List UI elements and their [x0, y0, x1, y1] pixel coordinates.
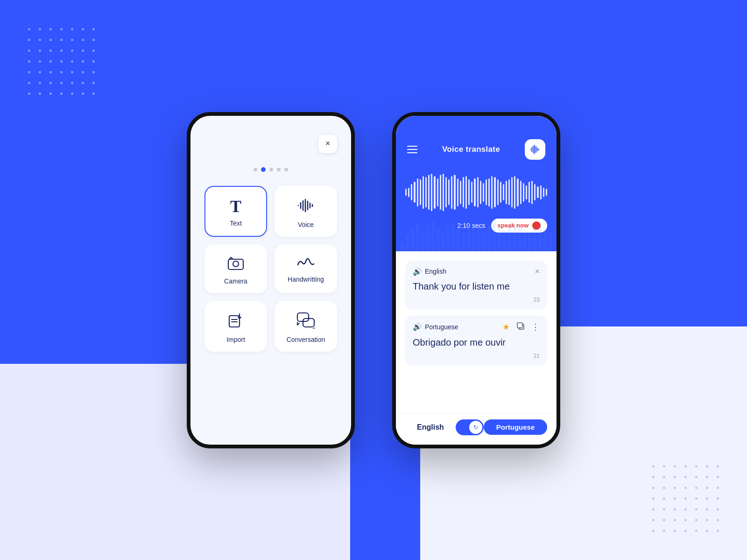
source-char-count: 23	[413, 297, 540, 303]
voice-button[interactable]	[525, 139, 545, 160]
source-card-header: 🔊 English ×	[413, 267, 540, 276]
import-icon	[227, 312, 244, 331]
source-text: Thank you for listen me	[413, 280, 540, 293]
toggle-circle: ↻	[469, 421, 482, 434]
copy-button[interactable]	[516, 322, 525, 332]
menu-item-handwriting[interactable]: Handwritting	[275, 244, 337, 293]
source-card: 🔊 English × Thank you for listen me 23	[405, 261, 547, 310]
close-button[interactable]: ×	[318, 135, 337, 153]
bottom-source-lang[interactable]: English	[405, 423, 456, 432]
dot-grid-top-left	[28, 28, 95, 95]
voice-icon	[297, 197, 314, 216]
phone-voice: Voice translate	[392, 112, 560, 448]
voice-title: Voice translate	[442, 145, 500, 154]
more-options-button[interactable]: ⋮	[531, 322, 540, 332]
target-sound-icon[interactable]: 🔊	[413, 322, 422, 331]
page-dot-4[interactable]	[277, 168, 281, 171]
source-sound-icon[interactable]: 🔊	[413, 267, 422, 276]
voice-header: Voice translate	[396, 116, 557, 169]
dot-grid-bottom-right	[652, 465, 719, 532]
target-text: Obrigado por me ouvir	[413, 336, 540, 349]
menu-item-camera-label: Camera	[224, 277, 247, 285]
source-lang-label: 🔊 English	[413, 267, 446, 276]
handwriting-icon	[296, 255, 316, 271]
voice-body: Voice translate	[396, 116, 557, 445]
svg-rect-22	[517, 323, 522, 328]
menu-item-import-label: Import	[226, 336, 245, 343]
menu-item-text-label: Text	[230, 220, 242, 227]
star-button[interactable]: ★	[502, 322, 510, 332]
target-language: Portuguese	[425, 323, 458, 331]
camera-icon	[227, 255, 245, 273]
phones-container: × T Text	[187, 112, 560, 448]
menu-item-conversation[interactable]: Conversation	[275, 301, 337, 352]
source-close-button[interactable]: ×	[535, 267, 540, 276]
menu-item-import[interactable]: Import	[204, 301, 267, 352]
waveform-bg	[396, 223, 557, 251]
page-dot-2[interactable]	[261, 167, 266, 172]
target-card: 🔊 Portuguese ★ ⋮	[405, 315, 547, 366]
bottom-bar: English ↻ Portuguese	[396, 413, 557, 445]
toggle-arrow-icon: ↻	[473, 424, 478, 431]
page-dot-3[interactable]	[269, 168, 273, 171]
source-language: English	[425, 268, 446, 275]
pagination	[254, 167, 288, 172]
waveform-area: 2:10 secs speak now	[396, 169, 557, 251]
menu-item-voice-label: Voice	[298, 221, 314, 228]
svg-point-8	[233, 261, 239, 267]
hamburger-icon[interactable]	[407, 146, 417, 153]
target-card-actions: ★ ⋮	[502, 322, 540, 332]
menu-inner: T Text	[190, 116, 351, 445]
target-char-count: 21	[413, 353, 540, 359]
menu-item-camera[interactable]: Camera	[204, 244, 267, 293]
target-card-header: 🔊 Portuguese ★ ⋮	[413, 322, 540, 332]
menu-item-voice[interactable]: Voice	[275, 186, 337, 237]
menu-grid: T Text	[204, 186, 337, 352]
conversation-icon	[296, 312, 315, 331]
text-icon: T	[230, 198, 241, 215]
waveform	[405, 174, 547, 211]
menu-item-text[interactable]: T Text	[204, 186, 267, 237]
menu-item-handwriting-label: Handwritting	[288, 276, 324, 283]
language-toggle[interactable]: ↻	[456, 419, 484, 435]
target-lang-label: 🔊 Portuguese	[413, 322, 458, 331]
menu-item-conversation-label: Conversation	[287, 336, 325, 343]
page-dot-1[interactable]	[254, 168, 257, 171]
bottom-target-lang[interactable]: Portuguese	[484, 419, 547, 435]
page-dot-5[interactable]	[284, 168, 288, 171]
phone-menu: × T Text	[187, 112, 355, 448]
